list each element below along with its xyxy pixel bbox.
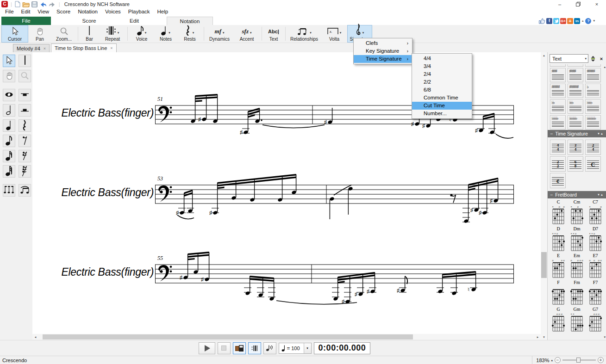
chord-e7[interactable]: E7oooo [587, 253, 604, 280]
document-tab[interactable]: Melody #4× [13, 44, 50, 52]
collapse-ribbon-icon[interactable]: ▴ [582, 19, 584, 23]
panel-selector-dropdown[interactable]: Text ▾ [550, 54, 588, 63]
open-folder-icon[interactable] [22, 0, 30, 8]
ribbon-tab-score[interactable]: Score [69, 17, 109, 25]
key-signature-thumb[interactable]: ♭♭♭♭♭♭ [568, 115, 583, 130]
zoom-caret-icon[interactable]: ▴ [551, 358, 553, 362]
toolbar-cursor-button[interactable]: Cursor [1, 25, 28, 43]
new-document-icon[interactable] [15, 0, 20, 8]
ribbon-tab-file[interactable]: File [1, 17, 51, 25]
vertical-scroll-thumb[interactable] [541, 252, 547, 278]
redo-icon[interactable] [49, 0, 56, 8]
time-signature-thumb-¢[interactable]: ¢ [550, 173, 566, 188]
zoom-out-button[interactable]: − [555, 357, 561, 363]
zoom-in-button[interactable]: + [598, 357, 604, 363]
chord-f7[interactable]: F7 [587, 280, 604, 307]
chord-dm[interactable]: Dm××o [568, 226, 586, 253]
key-signature-thumb[interactable]: ♯♯♯♯ [550, 68, 566, 82]
toolbar-voice-button[interactable]: ▾Voice [129, 25, 154, 43]
ribbon-tab-edit[interactable]: Edit [118, 17, 150, 25]
menu-item-4-4[interactable]: 4/4 [412, 55, 472, 62]
chord-f[interactable]: F [550, 280, 567, 307]
panel-close-icon[interactable]: × [598, 55, 605, 62]
chord-g7[interactable]: G7ooo [587, 307, 604, 333]
time-signature-thumb-2-4[interactable]: 24 [585, 140, 601, 155]
chord-d7[interactable]: D7××o [587, 226, 604, 253]
menu-item-key-signature[interactable]: Key Signature› [354, 47, 412, 55]
tool-barline[interactable] [19, 55, 31, 67]
time-signature-thumb-3-4[interactable]: 34 [568, 140, 583, 155]
horizontal-scroll-thumb[interactable] [43, 334, 413, 339]
time-signature-thumb-C[interactable]: C [585, 156, 601, 172]
linkedin-icon[interactable]: in [574, 18, 580, 24]
time-signature-thumb-6-8[interactable]: 68 [568, 156, 583, 172]
zoom-slider[interactable] [562, 359, 596, 361]
tool-quarter-rest[interactable] [19, 119, 31, 132]
menu-voices[interactable]: Voices [101, 8, 125, 16]
share-plus-icon[interactable]: + [567, 18, 573, 24]
scroll-down-icon[interactable]: ▾ [541, 334, 547, 340]
horizontal-scrollbar[interactable]: ◂ ▸ [32, 334, 541, 340]
ribbon-tab-notation[interactable]: Notation [167, 17, 213, 25]
section-arrows-icon[interactable]: ▼▲ [597, 193, 604, 196]
fretboard-section-header[interactable]: − FretBoard ▼▲ [548, 191, 606, 198]
staff-system[interactable]: 55♯♯♯♯♯♯♮ [155, 251, 521, 311]
chord-c7[interactable]: C7×o [587, 199, 604, 226]
key-signature-thumb[interactable]: ♭♭♭♭♭♭♭ [585, 115, 601, 130]
chord-e[interactable]: Eooo [550, 253, 567, 280]
dropdown-arrow-icon[interactable]: ▾ [145, 31, 147, 35]
menu-item-common-time[interactable]: Common Time [412, 94, 472, 102]
follow-playback-button[interactable] [248, 342, 261, 354]
facebook-icon[interactable]: f [546, 18, 552, 24]
chord-cm[interactable]: Cm×o [568, 199, 586, 226]
chord-fm[interactable]: Fm [568, 280, 586, 307]
dropdown-arrow-icon[interactable]: ▾ [340, 31, 342, 35]
palette-scroll-up-icon[interactable]: ▴ [604, 65, 606, 69]
key-signature-thumb[interactable]: ♯♯♯♯ [568, 64, 583, 67]
tool-cursor[interactable] [3, 55, 15, 67]
time-signature-section-header[interactable]: − Time Signature ▼▲ [548, 130, 606, 137]
tool-half-note[interactable] [3, 104, 15, 117]
close-tab-icon[interactable]: × [110, 46, 112, 50]
menu-item-cut-time[interactable]: Cut Time [412, 102, 472, 110]
tool-zoom[interactable] [19, 70, 31, 82]
menu-item-2-4[interactable]: 2/4 [412, 70, 472, 78]
menu-notation[interactable]: Notation [74, 8, 101, 16]
dropdown-arrow-icon[interactable]: ▾ [310, 31, 312, 35]
tool-thirtysecond-rest[interactable] [19, 165, 31, 178]
toolbar-pan-button[interactable]: Pan [28, 25, 51, 43]
chord-am[interactable]: Am×oo [568, 333, 586, 334]
metronome-button[interactable] [263, 342, 276, 354]
dropdown-arrow-icon[interactable]: ▾ [250, 31, 252, 35]
tool-whole-rest[interactable] [19, 89, 31, 101]
tempo-control[interactable]: = 100 ▾ [279, 343, 312, 354]
panel-scroll-down-icon[interactable]: ▾ [604, 335, 606, 339]
tool-sixteenth-rest[interactable] [19, 150, 31, 162]
menu-score[interactable]: Score [53, 8, 74, 16]
staff-system[interactable]: 53♯♯♯♯♯ [155, 171, 521, 231]
time-signature-thumb-4-4[interactable]: 44 [550, 140, 566, 155]
section-arrows-icon[interactable]: ▼▲ [597, 132, 604, 135]
chord-em[interactable]: Emoooo [568, 253, 586, 280]
menu-playback[interactable]: Playback [125, 8, 154, 16]
menu-item-time-signature[interactable]: Time Signature› [354, 55, 412, 63]
key-signature-thumb[interactable]: ♭♭♭ [568, 99, 583, 114]
like-icon[interactable] [538, 17, 545, 25]
toolbar-dynamics-button[interactable]: mf▾Dynamics [206, 25, 233, 43]
tool-quarter-note[interactable] [3, 119, 15, 132]
tool-eighth-note[interactable] [3, 135, 15, 147]
menu-help[interactable]: Help [154, 8, 172, 16]
close-tab-icon[interactable]: × [44, 46, 46, 51]
key-signature-thumb[interactable]: ♯♯♯♯♯♯♯ [568, 84, 583, 98]
menu-item-3-4[interactable]: 3/4 [412, 62, 472, 70]
tool-pan[interactable] [3, 70, 15, 82]
tool-half-rest[interactable] [19, 104, 31, 117]
chord-a7[interactable]: A7×ooo [587, 333, 604, 334]
key-signature-thumb[interactable]: ♭ [585, 84, 601, 98]
key-signature-thumb[interactable]: ♯♯♯♯♯♯ [550, 84, 566, 98]
googleplus-icon[interactable]: G+ [560, 18, 566, 24]
menu-edit[interactable]: Edit [18, 8, 34, 16]
close-button[interactable]: × [587, 0, 606, 8]
tool-whole-note[interactable] [3, 89, 15, 101]
tool-triplet[interactable] [3, 184, 15, 197]
